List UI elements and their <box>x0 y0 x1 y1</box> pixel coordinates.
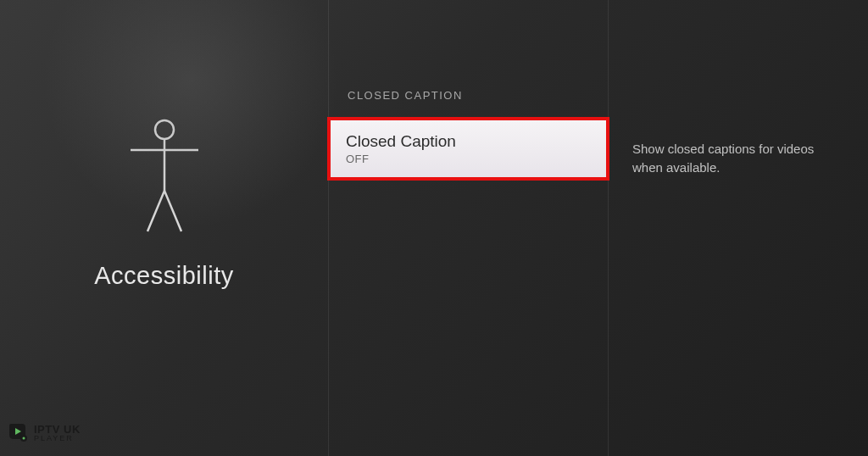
svg-point-6 <box>23 437 25 440</box>
settings-list-panel: CLOSED CAPTION Closed Caption OFF <box>329 0 609 456</box>
accessibility-icon <box>118 116 211 238</box>
menu-item-title: Closed Caption <box>346 132 591 151</box>
svg-point-0 <box>155 120 174 139</box>
category-title: Accessibility <box>94 262 233 290</box>
svg-line-3 <box>147 191 164 231</box>
closed-caption-item[interactable]: Closed Caption OFF <box>327 117 609 181</box>
watermark-logo: IPTV UK PLAYER <box>7 422 81 444</box>
svg-line-4 <box>164 191 181 231</box>
description-panel: Show closed captions for videos when ava… <box>609 0 868 456</box>
category-panel: Accessibility <box>0 0 329 456</box>
setting-description: Show closed captions for videos when ava… <box>632 140 843 177</box>
menu-item-value: OFF <box>346 153 591 165</box>
play-icon <box>7 422 29 444</box>
section-header: CLOSED CAPTION <box>329 89 608 102</box>
watermark-text: IPTV UK PLAYER <box>34 425 81 442</box>
